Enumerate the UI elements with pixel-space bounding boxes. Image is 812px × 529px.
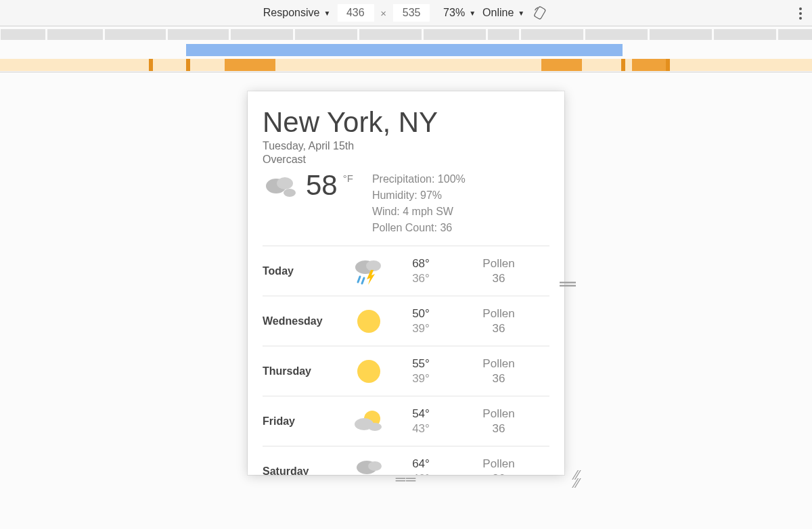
forecast-day: Thursday xyxy=(263,365,344,377)
forecast-day: Wednesday xyxy=(263,315,344,327)
forecast-weather-icon xyxy=(344,457,394,475)
pixel-ruler[interactable] xyxy=(0,26,812,42)
media-query-range[interactable] xyxy=(225,59,275,71)
ruler-segment[interactable] xyxy=(1,29,45,40)
ruler-segment[interactable] xyxy=(424,29,486,40)
svg-point-5 xyxy=(277,177,293,189)
media-query-range[interactable] xyxy=(186,59,190,71)
forecast-row[interactable]: Thursday55°39°Pollen36 xyxy=(263,346,549,396)
weather-card: New York, NY Tuesday, April 15th Overcas… xyxy=(248,91,564,475)
zoom-label: 73% xyxy=(443,7,465,19)
media-query-range[interactable] xyxy=(632,59,666,71)
svg-point-6 xyxy=(284,189,296,197)
media-query-range[interactable] xyxy=(149,59,153,71)
forecast-weather-icon xyxy=(344,306,394,337)
svg-line-10 xyxy=(358,277,360,282)
forecast-temps: 54°43° xyxy=(394,407,448,436)
chevron-down-icon: ▼ xyxy=(518,9,524,17)
ruler-segment[interactable] xyxy=(295,29,357,40)
precip-value: 100% xyxy=(438,173,466,185)
ruler-segment[interactable] xyxy=(47,29,103,40)
forecast-row[interactable]: Wednesday50°39°Pollen36 xyxy=(263,296,549,346)
ruler-segment[interactable] xyxy=(714,29,776,40)
chevron-down-icon: ▼ xyxy=(469,9,476,17)
forecast-temps: 68°36° xyxy=(394,256,448,286)
media-query-range[interactable] xyxy=(186,44,623,56)
wind-label: Wind: xyxy=(372,206,400,217)
ruler-segment[interactable] xyxy=(585,29,648,40)
forecast-low: 43° xyxy=(394,421,448,436)
forecast-high: 68° xyxy=(394,256,448,271)
pollen-value: 36 xyxy=(440,222,452,233)
viewport-width-input[interactable] xyxy=(337,4,374,22)
throttling-select[interactable]: Online ▼ xyxy=(482,7,524,19)
media-query-range[interactable] xyxy=(666,59,670,71)
forecast-low: 36° xyxy=(394,271,448,286)
zoom-select[interactable]: 73% ▼ xyxy=(443,7,476,19)
ruler-segment[interactable] xyxy=(105,29,166,40)
svg-point-3 xyxy=(799,17,802,20)
pollen-label: Pollen Count: xyxy=(372,222,437,233)
temp-unit: °F xyxy=(343,172,353,184)
current-details: Precipitation: 100% Humidity: 97% Wind: … xyxy=(372,171,466,236)
forecast-row[interactable]: Today68°36°Pollen36 xyxy=(263,246,549,296)
more-options-button[interactable] xyxy=(798,0,803,26)
media-query-bar-max[interactable] xyxy=(0,42,812,57)
ruler-segment[interactable] xyxy=(488,29,519,40)
forecast-row[interactable]: Friday54°43°Pollen36 xyxy=(263,396,549,446)
forecast-weather-icon xyxy=(344,356,394,387)
resize-handle-corner[interactable]: ⁄⁄⁄⁄ xyxy=(574,471,579,487)
media-query-range[interactable] xyxy=(541,59,582,71)
date-text: Tuesday, April 15th xyxy=(263,140,549,152)
condition-text: Overcast xyxy=(263,154,549,166)
ruler-segment[interactable] xyxy=(521,29,583,40)
rotate-icon xyxy=(533,5,547,20)
forecast-low: 39° xyxy=(394,371,448,386)
forecast-high: 64° xyxy=(394,457,448,472)
current-temp: 58 xyxy=(306,171,338,200)
forecast-high: 54° xyxy=(394,407,448,421)
humidity-label: Humidity: xyxy=(372,189,418,201)
device-toolbar-center: Responsive ▼ × 73% ▼ Online ▼ xyxy=(263,4,549,22)
svg-point-12 xyxy=(357,310,380,333)
svg-point-18 xyxy=(368,461,382,471)
forecast-day: Saturday xyxy=(263,465,344,475)
device-frame: New York, NY Tuesday, April 15th Overcas… xyxy=(248,91,564,475)
forecast-pollen: Pollen36 xyxy=(448,457,549,475)
device-viewport-area: New York, NY Tuesday, April 15th Overcas… xyxy=(0,72,812,529)
svg-line-11 xyxy=(362,278,364,283)
forecast-high: 55° xyxy=(394,356,448,371)
forecast-row[interactable]: Saturday64°46°Pollen36 xyxy=(263,446,549,475)
media-query-bar-min[interactable] xyxy=(0,57,812,72)
precip-label: Precipitation: xyxy=(372,173,435,185)
more-vertical-icon xyxy=(798,6,803,21)
ruler-segment[interactable] xyxy=(778,29,812,40)
device-select[interactable]: Responsive ▼ xyxy=(263,7,331,19)
svg-point-8 xyxy=(366,260,381,271)
resize-handle-right[interactable]: || xyxy=(558,280,579,287)
ruler-segment[interactable] xyxy=(359,29,422,40)
ruler-segment[interactable] xyxy=(168,29,229,40)
chevron-down-icon: ▼ xyxy=(323,9,330,17)
current-conditions-row: 58 °F Precipitation: 100% Humidity: 97% … xyxy=(263,171,549,236)
ruler-segment[interactable] xyxy=(231,29,293,40)
svg-rect-0 xyxy=(534,6,546,20)
wind-value: 4 mph SW xyxy=(403,206,453,217)
viewport-height-input[interactable] xyxy=(393,4,430,22)
ruler-segment[interactable] xyxy=(650,29,712,40)
forecast-temps: 50°39° xyxy=(394,306,448,336)
resize-handle-bottom[interactable]: ══ xyxy=(396,472,416,487)
device-toolbar: Responsive ▼ × 73% ▼ Online ▼ xyxy=(0,0,812,26)
svg-point-16 xyxy=(368,423,382,431)
media-query-range[interactable] xyxy=(621,59,625,71)
device-select-label: Responsive xyxy=(263,7,320,19)
media-query-range[interactable] xyxy=(0,59,812,71)
dimension-separator: × xyxy=(380,7,386,19)
device-content[interactable]: New York, NY Tuesday, April 15th Overcas… xyxy=(248,91,564,475)
forecast-list: Today68°36°Pollen36Wednesday50°39°Pollen… xyxy=(263,246,549,475)
humidity-value: 97% xyxy=(420,189,442,201)
svg-point-2 xyxy=(799,12,802,15)
svg-point-13 xyxy=(357,360,380,383)
overcast-icon xyxy=(263,171,300,201)
rotate-button[interactable] xyxy=(531,4,549,22)
